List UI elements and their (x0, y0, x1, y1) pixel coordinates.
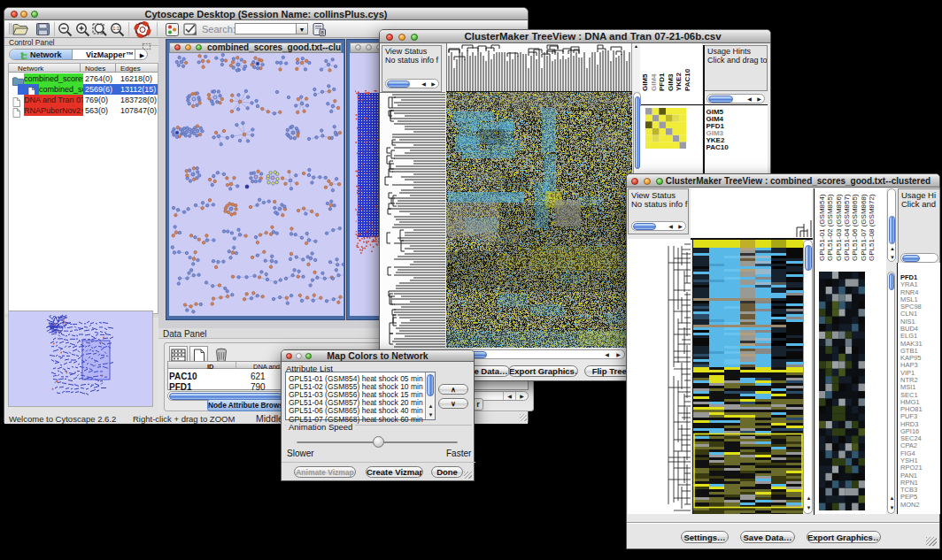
svg-text:GIM4: GIM4 (650, 73, 658, 91)
svg-text:GPL51-04 (GSM857): GPL51-04 (GSM857) (843, 194, 851, 261)
svg-text:GPL51-08 (GSM872): GPL51-08 (GSM872) (868, 194, 876, 261)
svg-text:GPL51-06 (GSM865): GPL51-06 (GSM865) (851, 194, 859, 261)
svg-text:GPL51-07 (GSM868): GPL51-07 (GSM868) (860, 194, 868, 261)
svg-text:PAC10: PAC10 (683, 68, 691, 91)
svg-text:YKE2: YKE2 (675, 73, 683, 91)
svg-text:PFD1: PFD1 (658, 73, 666, 91)
svg-text:GPL51-03 (GSM856): GPL51-03 (GSM856) (835, 194, 843, 261)
svg-text:GPL51-02 (GSM855): GPL51-02 (GSM855) (826, 194, 834, 261)
svg-text:GIM5: GIM5 (641, 73, 649, 91)
svg-text:GPL51-01 (GSM854): GPL51-01 (GSM854) (818, 194, 826, 261)
svg-text:GIM3: GIM3 (667, 73, 675, 91)
svg-text:1:1: 1:1 (112, 26, 120, 31)
